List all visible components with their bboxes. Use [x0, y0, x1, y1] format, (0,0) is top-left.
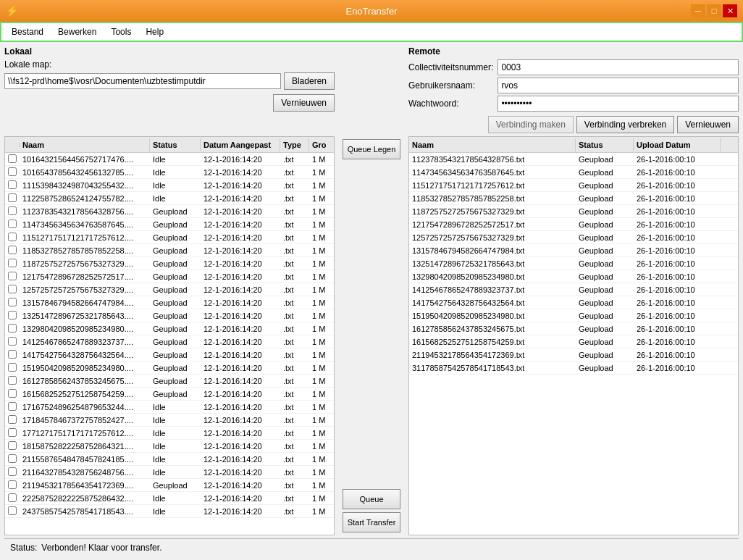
file-checkbox[interactable] [5, 323, 20, 335]
file-checkbox[interactable] [5, 454, 20, 465]
local-file-row[interactable]: 21194532178564354172369.... Geupload 12-… [5, 479, 334, 492]
file-date: 12-1-2016:14:20 [201, 337, 280, 347]
local-file-row[interactable]: 17184578467372757852427.... Idle 12-1-20… [5, 414, 334, 427]
file-checkbox[interactable] [5, 362, 20, 374]
file-checkbox[interactable] [5, 427, 20, 439]
file-checkbox[interactable] [5, 180, 20, 191]
local-file-row[interactable]: 11853278527857857852258.... Geupload 12-… [5, 244, 334, 257]
local-file-row[interactable]: 14175427564328756432564.... Geupload 12-… [5, 348, 334, 362]
window-controls: ─ □ ✕ [691, 4, 737, 17]
header-date: Datum Aangepast [201, 138, 280, 151]
local-file-row[interactable]: 11872575272575675327329.... Geupload 12-… [5, 257, 334, 270]
menu-bewerken[interactable]: Bewerken [51, 24, 104, 40]
file-checkbox[interactable] [5, 245, 20, 256]
local-file-row[interactable]: 13298042098520985234980.... Geupload 12-… [5, 322, 334, 335]
file-checkbox[interactable] [5, 310, 20, 322]
remote-file-row[interactable]: 11473456345634763587645.txt Geupload 26-… [409, 166, 738, 179]
menu-help[interactable]: Help [138, 24, 171, 40]
connect-button[interactable]: Verbinding maken [488, 116, 574, 133]
file-checkbox[interactable] [5, 401, 20, 413]
remote-file-name: 11237835432178564328756.txt [409, 154, 576, 164]
remote-file-row[interactable]: 21194532178564354172369.txt Geupload 26-… [409, 348, 738, 362]
wachtwoord-input[interactable] [498, 96, 739, 112]
local-refresh-button[interactable]: Vernieuwen [273, 94, 335, 112]
local-file-row[interactable]: 11153984324987043255432.... Idle 12-1-20… [5, 179, 334, 192]
file-checkbox[interactable] [5, 480, 20, 491]
local-file-row[interactable]: 12175472896728252572517.... Geupload 12-… [5, 270, 334, 283]
close-button[interactable]: ✕ [723, 4, 737, 17]
file-checkbox[interactable] [5, 232, 20, 243]
minimize-button[interactable]: ─ [691, 4, 705, 17]
local-file-row[interactable]: 16156825252751258754259.... Geupload 12-… [5, 388, 334, 401]
file-checkbox[interactable] [5, 336, 20, 348]
local-file-row[interactable]: 13251472896725321785643.... Geupload 12-… [5, 309, 334, 322]
remote-file-row[interactable]: 13157846794582664747984.txt Geupload 26-… [409, 244, 738, 257]
file-checkbox[interactable] [5, 375, 20, 387]
file-checkbox[interactable] [5, 154, 20, 165]
file-checkbox[interactable] [5, 167, 20, 178]
queue-legen-button[interactable]: Queue Legen [343, 139, 400, 159]
remote-file-name: 13251472896725321785643.txt [409, 259, 576, 269]
file-checkbox[interactable] [5, 493, 20, 504]
local-file-row[interactable]: 17167524896254879653244.... Idle 12-1-20… [5, 401, 334, 414]
remote-file-row[interactable]: 31178587542578541718543.txt Geupload 26-… [409, 362, 738, 375]
remote-file-row[interactable]: 13251472896725321785643.txt Geupload 26-… [409, 257, 738, 270]
file-checkbox[interactable] [5, 297, 20, 309]
file-checkbox[interactable] [5, 284, 20, 296]
file-checkbox[interactable] [5, 219, 20, 230]
remote-file-row[interactable]: 14175427564328756432564.txt Geupload 26-… [409, 296, 738, 309]
file-name: 11225875286524124755782.... [20, 193, 150, 204]
local-file-row[interactable]: 14125467865247889323737.... Geupload 12-… [5, 335, 334, 348]
file-checkbox[interactable] [5, 506, 20, 517]
disconnect-button[interactable]: Verbinding verbreken [576, 116, 674, 133]
file-checkbox[interactable] [5, 467, 20, 478]
local-file-row[interactable]: 11512717517121717257612.... Geupload 12-… [5, 231, 334, 244]
gebruikersnaam-input[interactable] [498, 78, 739, 93]
menu-tools[interactable]: Tools [104, 24, 138, 40]
remote-file-row[interactable]: 16156825252751258754259.txt Geupload 26-… [409, 335, 738, 348]
remote-file-row[interactable]: 16127858562437853245675.txt Geupload 26-… [409, 322, 738, 335]
file-checkbox[interactable] [5, 258, 20, 269]
local-file-row[interactable]: 10165437856432456132785.... Idle 12-1-20… [5, 166, 334, 179]
local-file-row[interactable]: 24375857542578541718543.... Idle 12-1-20… [5, 505, 334, 518]
remote-file-row[interactable]: 12572572572575675327329.txt Geupload 26-… [409, 231, 738, 244]
local-path-input[interactable] [4, 73, 281, 89]
local-file-row[interactable]: 10164321564456752717476.... Idle 12-1-20… [5, 153, 334, 166]
local-file-row[interactable]: 11473456345634763587645.... Geupload 12-… [5, 218, 334, 231]
remote-file-row[interactable]: 11853278527857857852258.txt Geupload 26-… [409, 192, 738, 205]
remote-file-row[interactable]: 14125467865247889323737.txt Geupload 26-… [409, 283, 738, 296]
file-checkbox[interactable] [5, 206, 20, 217]
maximize-button[interactable]: □ [707, 4, 721, 17]
file-checkbox[interactable] [5, 271, 20, 283]
remote-file-row[interactable]: 11872575272575675327329.txt Geupload 26-… [409, 205, 738, 218]
menu-bestand[interactable]: Bestand [4, 24, 51, 40]
local-file-row[interactable]: 17712717517171717257612.... Idle 12-1-20… [5, 427, 334, 440]
remote-file-row[interactable]: 11237835432178564328756.txt Geupload 26-… [409, 153, 738, 166]
local-file-row[interactable]: 16127858562437853245675.... Geupload 12-… [5, 375, 334, 388]
local-file-row[interactable]: 13157846794582664747984.... Geupload 12-… [5, 296, 334, 309]
remote-file-row[interactable]: 13298042098520985234980.txt Geupload 26-… [409, 270, 738, 283]
file-checkbox[interactable] [5, 349, 20, 361]
browse-button[interactable]: Bladeren [284, 72, 335, 90]
local-file-row[interactable]: 15195042098520985234980.... Geupload 12-… [5, 362, 334, 375]
remote-file-row[interactable]: 12175472896728252572517.txt Geupload 26-… [409, 218, 738, 231]
remote-file-row[interactable]: 15195042098520985234980.txt Geupload 26-… [409, 309, 738, 322]
local-file-row[interactable]: 11237835432178564328756.... Geupload 12-… [5, 205, 334, 218]
local-file-row[interactable]: 21155876548478457824185.... Idle 12-1-20… [5, 453, 334, 466]
file-checkbox[interactable] [5, 414, 20, 426]
file-checkbox[interactable] [5, 440, 20, 452]
file-checkbox[interactable] [5, 388, 20, 400]
local-file-row[interactable]: 22258752822225875286432.... Idle 12-1-20… [5, 492, 334, 505]
remote-file-list-body[interactable]: 11237835432178564328756.txt Geupload 26-… [409, 153, 738, 535]
remote-refresh-button[interactable]: Vernieuwen [677, 116, 739, 133]
local-file-row[interactable]: 12572572572575675327329.... Geupload 12-… [5, 283, 334, 296]
local-file-row[interactable]: 18158752822258752864321.... Idle 12-1-20… [5, 440, 334, 453]
file-checkbox[interactable] [5, 193, 20, 204]
start-transfer-button[interactable]: Start Transfer [343, 512, 400, 532]
remote-file-row[interactable]: 11512717517121717257612.txt Geupload 26-… [409, 179, 738, 192]
local-file-row[interactable]: 11225875286524124755782.... Idle 12-1-20… [5, 192, 334, 205]
local-file-list-body[interactable]: 10164321564456752717476.... Idle 12-1-20… [5, 153, 334, 535]
local-file-row[interactable]: 21164327854328756248756.... Idle 12-1-20… [5, 466, 334, 479]
collectiviteits-input[interactable] [498, 59, 739, 75]
queue-button[interactable]: Queue [343, 489, 400, 509]
